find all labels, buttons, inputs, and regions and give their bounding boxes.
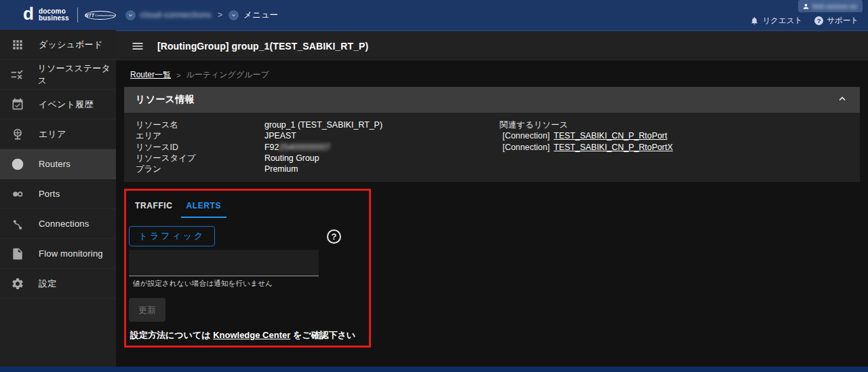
brand-divider xyxy=(77,7,78,22)
connection-link-1[interactable]: TEST_SABIKI_CN_P_RtoPort xyxy=(554,131,667,141)
bottom-accent-bar xyxy=(0,367,868,372)
page-title: [RoutingGroup] group_1(TEST_SABIKI_RT_P) xyxy=(157,41,368,52)
threshold-input-wrapper xyxy=(129,250,319,276)
help-outline-icon[interactable]: ? xyxy=(327,229,341,244)
traffic-alerts-tabbar: TRAFFIC ALERTS xyxy=(135,200,369,218)
topbar-right-group: test-xxxxxx-xx リクエスト ? サポート xyxy=(692,0,868,30)
sidebar-item-flow-monitoring[interactable]: Flow monitoring xyxy=(0,239,116,269)
brand-line2: business xyxy=(39,15,69,22)
ports-icon xyxy=(6,187,29,201)
sidebar-item-area[interactable]: エリア xyxy=(0,119,116,149)
sidebar-item-settings[interactable]: 設定 xyxy=(0,269,116,299)
grid-icon xyxy=(6,38,29,52)
docomo-d-glyph: d xyxy=(23,6,34,21)
page-titlebar: [RoutingGroup] group_1(TEST_SABIKI_RT_P) xyxy=(116,30,868,60)
related-resource-row: [Connection]TEST_SABIKI_CN_P_RtoPortX xyxy=(500,142,849,153)
workspace-chevron-down-icon[interactable] xyxy=(125,10,136,20)
area-value: JPEAST xyxy=(264,130,500,141)
gear-icon xyxy=(6,277,29,291)
support-button[interactable]: ? サポート xyxy=(814,16,859,26)
related-resources: 関連するリソース [Connection]TEST_SABIKI_CN_P_Rt… xyxy=(500,119,849,174)
sidebar-item-routers[interactable]: Routers xyxy=(0,149,116,179)
breadcrumb-current: ルーティンググループ xyxy=(186,69,269,81)
tab-traffic[interactable]: TRAFFIC xyxy=(135,200,173,218)
request-button[interactable]: リクエスト xyxy=(750,16,802,26)
app-root: d docomo business NTT Communications clo… xyxy=(0,0,868,372)
related-resources-title: 関連するリソース xyxy=(500,119,849,130)
ntt-communications-logo: NTT Communications xyxy=(85,11,116,20)
top-navigation-bar: d docomo business NTT Communications clo… xyxy=(0,0,868,30)
menu-label[interactable]: メニュー xyxy=(243,10,278,21)
workspace-separator: > xyxy=(218,10,222,20)
resource-name-value: group_1 (TEST_SABIKI_RT_P) xyxy=(264,119,500,130)
related-resource-row: [Connection]TEST_SABIKI_CN_P_RtoPort xyxy=(500,130,849,141)
hamburger-menu-icon[interactable] xyxy=(131,39,144,53)
breadcrumb: Router一覧 > ルーティンググループ xyxy=(116,60,868,87)
sidebar-item-ports[interactable]: Ports xyxy=(0,179,116,209)
knowledge-center-link[interactable]: Knowledge Center xyxy=(213,330,290,340)
person-icon xyxy=(802,3,810,10)
breadcrumb-separator: > xyxy=(176,71,180,79)
sidebar-item-connections[interactable]: Connections xyxy=(0,209,116,239)
resource-info-panel: リソース情報 リソース名 group_1 (TEST_SABIKI_RT_P) … xyxy=(124,87,860,182)
sidebar-item-event-history[interactable]: イベント履歴 xyxy=(0,90,116,119)
globe-icon xyxy=(6,128,29,141)
traffic-select-button[interactable]: トラフィック xyxy=(129,226,215,246)
breadcrumb-router-list-link[interactable]: Router一覧 xyxy=(130,69,171,81)
resource-fields: リソース名 group_1 (TEST_SABIKI_RT_P) エリア JPE… xyxy=(136,119,500,174)
sidebar-item-dashboard[interactable]: ダッシュボード xyxy=(0,30,116,60)
knowledge-center-note: 設定方法については Knowledge Center をご確認下さい xyxy=(130,329,369,341)
docomo-business-logo: d docomo business xyxy=(23,7,69,22)
collapse-chevron-up-icon[interactable] xyxy=(836,94,848,106)
connection-link-2[interactable]: TEST_SABIKI_CN_P_RtoPortX xyxy=(554,143,673,152)
rule-icon xyxy=(6,68,28,81)
main-content: [RoutingGroup] group_1(TEST_SABIKI_RT_P)… xyxy=(116,30,868,367)
user-name-redacted: test-xxxxxx-xx xyxy=(812,2,857,10)
alerts-settings-section-highlighted: TRAFFIC ALERTS トラフィック ? 値が設定されない場合は通知を行い… xyxy=(124,189,371,348)
plan-value: Premium xyxy=(264,164,500,174)
help-icon: ? xyxy=(814,16,823,25)
menu-chevron-down-icon[interactable] xyxy=(229,10,239,20)
resource-id-value: F9225400000007 xyxy=(264,142,500,153)
resource-id-redacted: 25400000007 xyxy=(279,143,330,152)
resource-type-value: Routing Group xyxy=(264,153,500,164)
workspace-name-redacted[interactable]: cloud-connections xyxy=(140,10,212,20)
resource-info-title: リソース情報 xyxy=(136,94,195,106)
document-icon xyxy=(6,247,29,261)
threshold-input[interactable] xyxy=(129,250,319,276)
update-button[interactable]: 更新 xyxy=(129,298,165,322)
user-account-chip[interactable]: test-xxxxxx-xx xyxy=(798,0,863,12)
workspace-menu-group: cloud-connections > メニュー xyxy=(125,10,278,21)
sidebar: ダッシュボード リソースステータス イベント履歴 エリア xyxy=(0,30,116,367)
router-icon xyxy=(6,157,29,171)
tab-alerts[interactable]: ALERTS xyxy=(181,200,227,218)
bell-icon xyxy=(750,16,759,25)
connections-icon xyxy=(6,217,29,231)
threshold-helper-text: 値が設定されない場合は通知を行いません xyxy=(133,279,369,289)
calendar-check-icon xyxy=(6,98,29,111)
sidebar-item-resource-status[interactable]: リソースステータス xyxy=(0,60,116,90)
